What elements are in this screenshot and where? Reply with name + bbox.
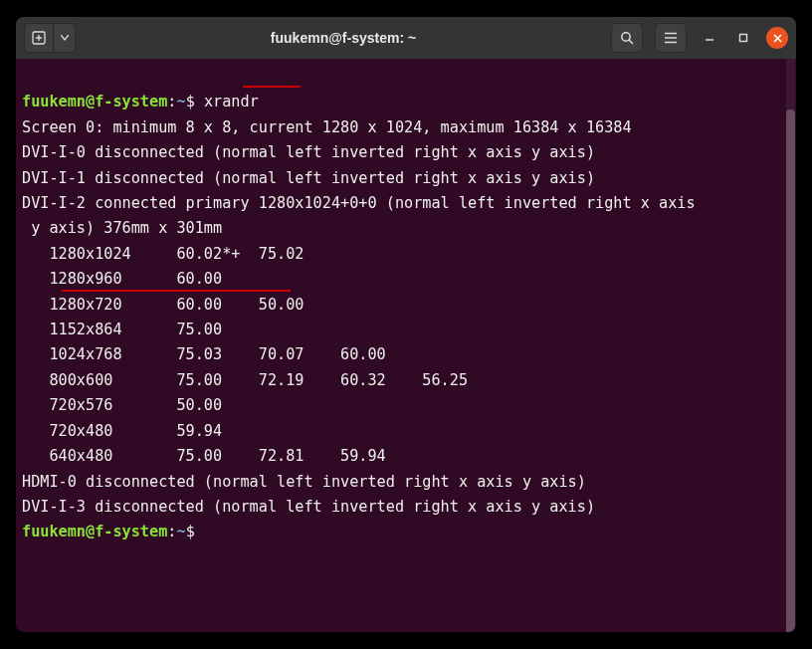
output-mode-line: 800x600 75.00 72.19 60.32 56.25 [22, 371, 468, 389]
output-mode-line: 720x480 59.94 [22, 422, 222, 440]
svg-line-4 [629, 40, 633, 44]
window-title: fuukemn@f-system: ~ [82, 30, 605, 46]
titlebar: fuukemn@f-system: ~ [16, 17, 796, 59]
output-mode-line: 1280x960 60.00 [22, 270, 222, 288]
svg-rect-9 [740, 35, 747, 42]
terminal-output-area[interactable]: fuukemn@f-system:~$ xrandr Screen 0: min… [16, 59, 796, 632]
output-screen-line: Screen 0: minimum 8 x 8, current 1280 x … [22, 118, 632, 136]
output-dvi0-line: DVI-I-0 disconnected (normal left invert… [22, 143, 595, 161]
output-dvi3-line: DVI-I-3 disconnected (normal left invert… [22, 498, 595, 516]
tab-dropdown-button[interactable] [54, 23, 76, 53]
output-mode-line: 720x576 50.00 [22, 396, 222, 414]
minimize-button[interactable] [699, 27, 720, 49]
titlebar-right-controls [611, 23, 788, 53]
titlebar-left-controls [24, 23, 76, 53]
prompt-userhost: fuukemn@f-system [22, 523, 167, 541]
output-mode-line: 640x480 75.00 72.81 59.94 [22, 447, 386, 465]
prompt-marker: $ [186, 93, 195, 110]
maximize-button[interactable] [732, 27, 754, 49]
svg-point-3 [622, 33, 630, 41]
output-hdmi0-line: HDMI-0 disconnected (normal left inverte… [22, 473, 586, 491]
hamburger-menu-button[interactable] [655, 23, 687, 53]
terminal-window: fuukemn@f-system: ~ fuukemn@f-system:~$ … [16, 17, 796, 632]
annotation-underline-current-mode [62, 290, 291, 292]
entered-command: xrandr [204, 93, 259, 110]
output-mode-line: 1280x720 60.00 50.00 [22, 296, 304, 314]
output-mode-line: 1024x768 75.03 70.07 60.00 [22, 345, 386, 363]
output-mode-line: 1152x864 75.00 [22, 321, 222, 338]
search-button[interactable] [611, 23, 643, 53]
prompt-marker: $ [186, 523, 195, 541]
output-dvi2-line-a: DVI-I-2 connected primary 1280x1024+0+0 … [22, 194, 696, 212]
scrollbar[interactable] [786, 59, 795, 632]
output-dvi2-line-b: y axis) 376mm x 301mm [22, 219, 222, 237]
scrollbar-thumb[interactable] [786, 109, 795, 632]
prompt-path: ~ [176, 523, 185, 541]
close-button[interactable] [766, 27, 788, 49]
prompt-userhost: fuukemn@f-system [22, 93, 167, 110]
new-tab-button[interactable] [24, 23, 54, 53]
annotation-underline-command [243, 86, 301, 88]
prompt-path: ~ [176, 93, 185, 110]
output-dvi1-line: DVI-I-1 disconnected (normal left invert… [22, 169, 595, 187]
output-mode-line: 1280x1024 60.02*+ 75.02 [22, 245, 304, 263]
